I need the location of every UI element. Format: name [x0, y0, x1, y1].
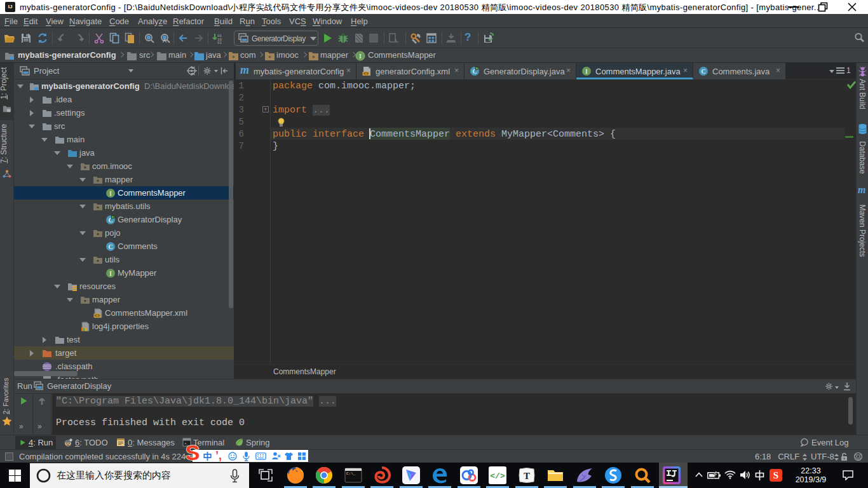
svg-text:C: C — [701, 68, 705, 75]
svg-text:I: I — [109, 190, 112, 197]
svg-text:<>: <> — [95, 313, 100, 318]
svg-text:I: I — [109, 270, 112, 277]
svg-text:C:\_: C:\_ — [346, 471, 356, 476]
svg-text:C: C — [108, 243, 112, 250]
svg-text:I: I — [585, 68, 588, 75]
svg-text:T: T — [524, 471, 530, 481]
svg-text:</>: </> — [490, 471, 505, 481]
svg-text:S: S — [186, 443, 200, 463]
svg-text:I: I — [359, 53, 362, 60]
svg-text:A: A — [163, 37, 166, 44]
svg-text:<>: <> — [363, 72, 369, 76]
svg-text:01: 01 — [217, 41, 222, 44]
